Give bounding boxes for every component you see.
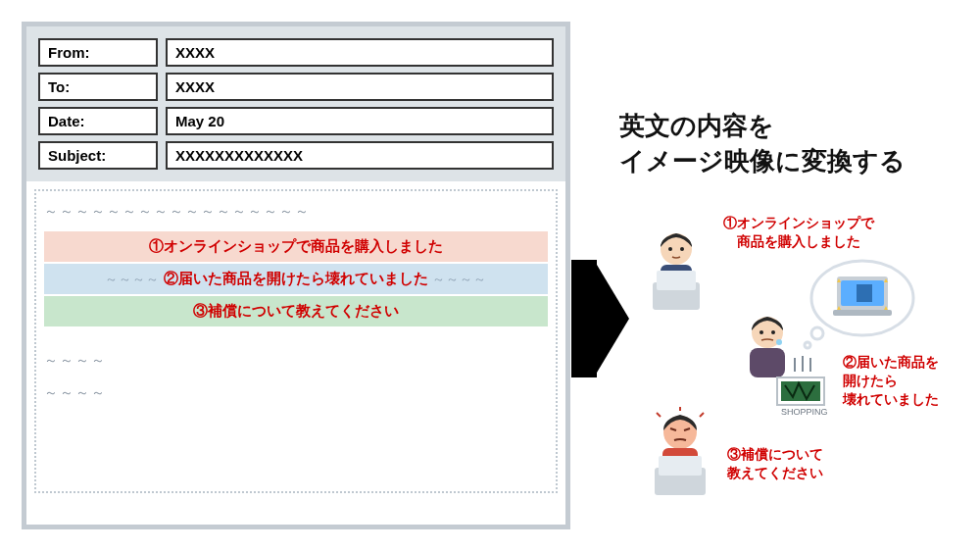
header-value-from: XXXX (166, 38, 554, 67)
wave-line: ～～～～ (44, 348, 548, 380)
svg-point-19 (771, 330, 775, 334)
header-value-date: May 20 (166, 107, 554, 135)
right-title-line1: 英文の内容を (619, 111, 774, 140)
svg-point-0 (661, 233, 692, 265)
caption-3-l2: 教えてください (727, 465, 823, 480)
body-line-2-text: ②届いた商品を開けたら壊れていました (164, 270, 428, 286)
body-line-2: ～～～～ ②届いた商品を開けたら壊れていました ～～～～ (44, 264, 548, 294)
wave-line: ～～～～ (44, 380, 548, 413)
body-line-1: ①オンラインショップで商品を購入しました (44, 231, 548, 262)
illus-person-laptop-1 (637, 226, 715, 318)
body-line-3-text: ③補償について教えてください (193, 302, 399, 319)
wave-suffix: ～～～～ (432, 272, 487, 286)
illus-person-laptop-angry (637, 407, 725, 509)
illus-person-broken-box: SHOPPING (720, 309, 838, 430)
wave-prefix: ～～～～ (105, 272, 160, 286)
email-header-block: From: XXXX To: XXXX Date: May 20 Subject… (26, 26, 565, 181)
caption-1-l1: ①オンラインショップで (723, 215, 874, 230)
svg-rect-5 (657, 271, 696, 290)
caption-1: ①オンラインショップで 商品を購入しました (723, 214, 874, 251)
caption-1-l2: 商品を購入しました (737, 233, 860, 249)
header-label-date: Date: (38, 107, 158, 135)
email-header-row: From: XXXX (38, 38, 554, 67)
wave-line: ～～～～～～～～～～～～～～～～～ (44, 199, 548, 231)
svg-rect-11 (857, 284, 872, 302)
body-line-1-text: ①オンラインショップで商品を購入しました (149, 237, 443, 254)
caption-2-l2: 開けたら (843, 373, 898, 388)
caption-2-l3: 壊れていました (843, 391, 939, 407)
body-line-3: ③補償について教えてください (44, 296, 548, 326)
svg-rect-31 (659, 456, 702, 476)
email-header-row: Date: May 20 (38, 107, 554, 135)
svg-point-1 (668, 247, 672, 251)
svg-point-20 (776, 339, 782, 345)
svg-rect-12 (833, 310, 892, 316)
caption-3-l1: ③補償について (727, 446, 823, 462)
caption-2: ②届いた商品を 開けたら 壊れていました (843, 353, 939, 409)
arrow-icon (571, 260, 629, 381)
svg-point-2 (680, 247, 684, 251)
svg-text:SHOPPING: SHOPPING (781, 407, 828, 417)
right-title-line2: イメージ映像に変換する (619, 146, 906, 176)
email-header-row: Subject: XXXXXXXXXXXXX (38, 141, 554, 170)
caption-3: ③補償について 教えてください (727, 445, 823, 482)
header-label-from: From: (38, 38, 158, 67)
right-title: 英文の内容を イメージ映像に変換する (619, 108, 906, 179)
email-panel: From: XXXX To: XXXX Date: May 20 Subject… (22, 22, 570, 529)
svg-point-18 (760, 330, 763, 334)
email-body-block: ～～～～～～～～～～～～～～～～～ ①オンラインショップで商品を購入しました ～… (34, 189, 558, 493)
svg-rect-21 (750, 348, 785, 377)
header-value-to: XXXX (166, 73, 554, 101)
header-label-subject: Subject: (38, 141, 158, 170)
svg-rect-23 (781, 381, 820, 401)
email-header-row: To: XXXX (38, 73, 554, 101)
header-value-subject: XXXXXXXXXXXXX (166, 141, 554, 170)
header-label-to: To: (38, 73, 158, 101)
